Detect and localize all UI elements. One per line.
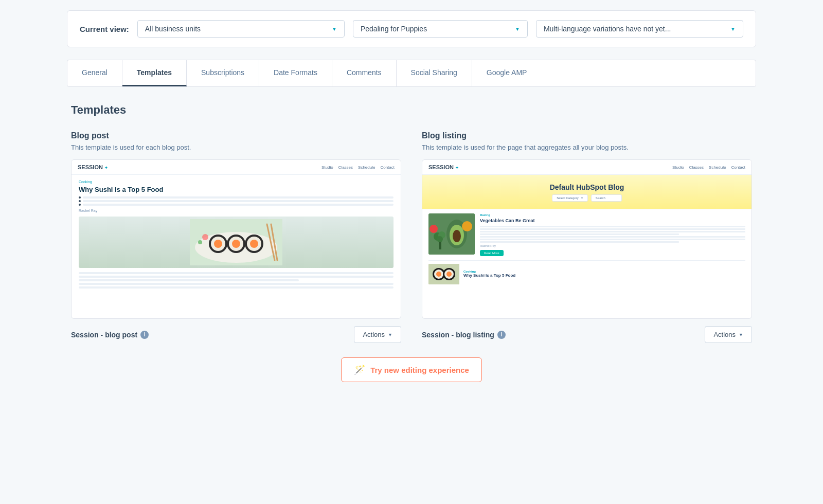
preview-nav: SESSION ✦ Studio Classes Schedule Contac…	[71, 160, 401, 175]
preview-bullet-2	[79, 200, 393, 202]
listing-nav-studio: Studio	[672, 165, 684, 170]
business-unit-value: All business units	[145, 25, 201, 33]
desc-line	[480, 236, 745, 238]
business-unit-dropdown[interactable]: All business units ▼	[137, 20, 345, 38]
blog-post-column: Blog post This template is used for each…	[71, 131, 401, 343]
listing-preview-nav-links: Studio Classes Schedule Contact	[672, 165, 745, 170]
preview-text-lines	[79, 272, 393, 289]
listing-item2-content: Cooking Why Sushi Is a Top 5 Food	[463, 270, 515, 278]
section-title: Templates	[71, 103, 752, 117]
tabs-bar: General Templates Subscriptions Date For…	[67, 60, 756, 87]
text-line	[79, 283, 393, 285]
tab-social-sharing[interactable]: Social Sharing	[397, 60, 472, 86]
blog-listing-column: Blog listing This template is used for t…	[422, 131, 752, 343]
listing-nav-schedule: Schedule	[709, 165, 726, 170]
preview-nav-links: Studio Classes Schedule Contact	[321, 165, 395, 170]
language-value: Multi-language variations have not yet..…	[544, 25, 671, 33]
sushi-mockup	[79, 217, 393, 268]
svg-point-22	[437, 236, 443, 242]
listing-item1-desc	[480, 226, 745, 243]
try-editing-button[interactable]: 🪄 Try new editing experience	[341, 357, 482, 382]
blog-listing-actions-button[interactable]: Actions ▼	[705, 326, 752, 343]
business-unit-arrow-icon: ▼	[332, 26, 337, 32]
language-arrow-icon: ▼	[730, 26, 736, 32]
text-line	[79, 279, 299, 281]
rocket-icon: 🪄	[354, 364, 365, 375]
nav-link-studio: Studio	[321, 165, 333, 170]
preview-image-sushi	[79, 217, 393, 268]
blog-listing-info-icon[interactable]: i	[497, 331, 506, 339]
listing-item2: Cooking Why Sushi Is a Top 5 Food	[428, 260, 745, 284]
listing-item1-content: Racing Vegetables Can Be Great	[480, 213, 745, 256]
select-category-control: Select Category ▼	[552, 194, 588, 202]
preview-post-title: Why Sushi Is a Top 5 Food	[79, 186, 393, 194]
svg-point-28	[436, 272, 441, 277]
svg-point-10	[250, 240, 258, 248]
page-wrapper: Current view: All business units ▼ Pedal…	[51, 0, 772, 392]
blog-post-description: This template is used for each blog post…	[71, 143, 401, 151]
blog-listing-template-name: Session - blog listing i	[422, 331, 506, 339]
blog-value: Pedaling for Puppies	[361, 25, 427, 33]
tab-general[interactable]: General	[67, 60, 122, 86]
text-line	[79, 272, 393, 274]
blog-arrow-icon: ▼	[515, 26, 520, 32]
listing-item1-title: Vegetables Can Be Great	[480, 218, 745, 224]
svg-point-4	[214, 240, 222, 248]
language-dropdown[interactable]: Multi-language variations have not yet..…	[536, 20, 743, 38]
blog-post-preview: SESSION ✦ Studio Classes Schedule Contac…	[71, 159, 401, 319]
listing-header: Default HubSpot Blog Select Category ▼ S…	[422, 175, 752, 209]
blog-post-actions-button[interactable]: Actions ▼	[354, 326, 401, 343]
preview-logo: SESSION ✦	[78, 164, 108, 170]
svg-point-31	[446, 272, 452, 277]
current-view-label: Current view:	[80, 25, 129, 33]
actions-arrow-icon: ▼	[388, 332, 392, 337]
listing-item1-author: Rachel Ray	[480, 244, 745, 247]
listing-item1-tag: Racing	[480, 213, 745, 217]
svg-point-23	[462, 221, 472, 231]
bullet-dot	[79, 196, 81, 199]
listing-actions-arrow-icon: ▼	[739, 332, 743, 337]
blog-dropdown[interactable]: Pedaling for Puppies ▼	[353, 20, 528, 38]
preview-bullet-3	[79, 204, 393, 206]
tab-date-formats[interactable]: Date Formats	[259, 60, 332, 86]
desc-line	[480, 233, 679, 235]
preview-bullet-1	[79, 196, 393, 199]
bullet-line	[83, 200, 393, 202]
try-editing-label: Try new editing experience	[370, 366, 469, 374]
sushi2-svg	[428, 264, 459, 284]
text-line	[79, 276, 393, 278]
search-control: Search	[591, 194, 622, 202]
bullet-line	[83, 204, 393, 206]
try-banner: 🪄 Try new editing experience	[71, 357, 752, 382]
tab-google-amp[interactable]: Google AMP	[472, 60, 542, 86]
tab-subscriptions[interactable]: Subscriptions	[187, 60, 259, 86]
bullet-dot	[79, 204, 81, 206]
preview-body: Cooking Why Sushi Is a Top 5 Food	[71, 175, 401, 294]
blog-listing-preview: SESSION ✦ Studio Classes Schedule Contac…	[422, 159, 752, 319]
listing-header-title: Default HubSpot Blog	[428, 183, 745, 191]
svg-point-18	[453, 230, 461, 242]
tab-comments[interactable]: Comments	[332, 60, 397, 86]
preview-bullets	[79, 196, 393, 206]
nav-link-classes: Classes	[338, 165, 353, 170]
templates-section: Templates Blog post This template is use…	[67, 103, 756, 382]
desc-line	[480, 228, 745, 230]
desc-line	[480, 239, 745, 240]
nav-link-schedule: Schedule	[358, 165, 375, 170]
current-view-bar: Current view: All business units ▼ Pedal…	[67, 10, 756, 47]
blog-listing-description: This template is used for the page that …	[422, 143, 752, 151]
blog-post-info-icon[interactable]: i	[140, 331, 149, 339]
blog-listing-title: Blog listing	[422, 131, 752, 140]
bullet-dot	[79, 200, 81, 202]
listing-body-item1: Racing Vegetables Can Be Great	[422, 209, 752, 260]
desc-line	[480, 241, 679, 243]
vegetables-svg	[428, 213, 475, 255]
templates-grid: Blog post This template is used for each…	[71, 131, 752, 343]
preview-category: Cooking	[79, 180, 393, 184]
listing-nav-contact: Contact	[731, 165, 745, 170]
text-line	[79, 286, 393, 289]
tab-templates[interactable]: Templates	[122, 60, 187, 86]
preview-author: Rachel Ray	[79, 209, 393, 212]
listing-preview-logo: SESSION ✦	[428, 164, 459, 170]
svg-point-7	[232, 240, 240, 248]
